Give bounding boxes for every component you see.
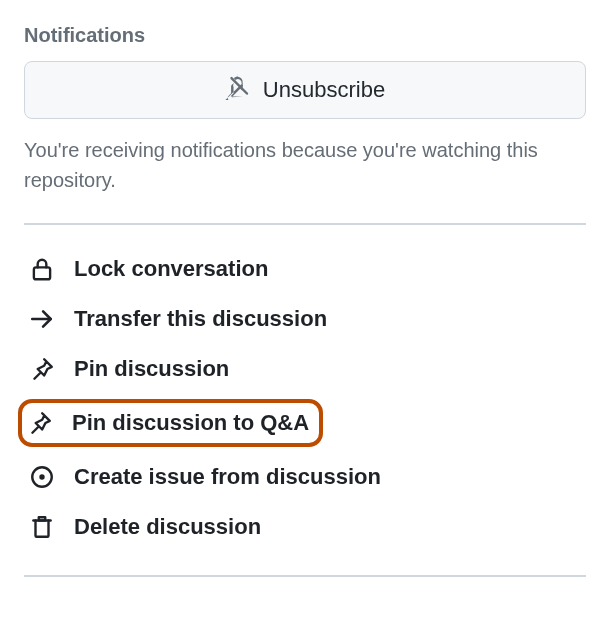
pin-label: Pin discussion	[74, 356, 229, 382]
pin-discussion-action[interactable]: Pin discussion	[24, 349, 586, 389]
lock-icon	[28, 255, 56, 283]
delete-discussion-action[interactable]: Delete discussion	[24, 507, 586, 547]
issue-icon	[28, 463, 56, 491]
svg-point-3	[39, 474, 44, 479]
create-issue-label: Create issue from discussion	[74, 464, 381, 490]
lock-conversation-action[interactable]: Lock conversation	[24, 249, 586, 289]
pin-category-label: Pin discussion to Q&A	[72, 410, 309, 436]
notifications-title: Notifications	[24, 24, 586, 47]
divider	[24, 223, 586, 225]
delete-label: Delete discussion	[74, 514, 261, 540]
unsubscribe-button[interactable]: Unsubscribe	[24, 61, 586, 119]
pin-icon	[26, 409, 54, 437]
arrow-right-icon	[28, 305, 56, 333]
lock-label: Lock conversation	[74, 256, 268, 282]
svg-rect-0	[34, 267, 50, 279]
divider	[24, 575, 586, 577]
bell-slash-icon	[225, 74, 251, 106]
trash-icon	[28, 513, 56, 541]
pin-to-category-action[interactable]: Pin discussion to Q&A	[18, 399, 323, 447]
unsubscribe-label: Unsubscribe	[263, 77, 385, 103]
pin-icon	[28, 355, 56, 383]
transfer-label: Transfer this discussion	[74, 306, 327, 332]
create-issue-action[interactable]: Create issue from discussion	[24, 457, 586, 497]
transfer-discussion-action[interactable]: Transfer this discussion	[24, 299, 586, 339]
notification-reason: You're receiving notifications because y…	[24, 135, 586, 195]
discussion-actions: Lock conversation Transfer this discussi…	[24, 249, 586, 547]
notifications-section: Notifications Unsubscribe You're receivi…	[24, 24, 586, 195]
